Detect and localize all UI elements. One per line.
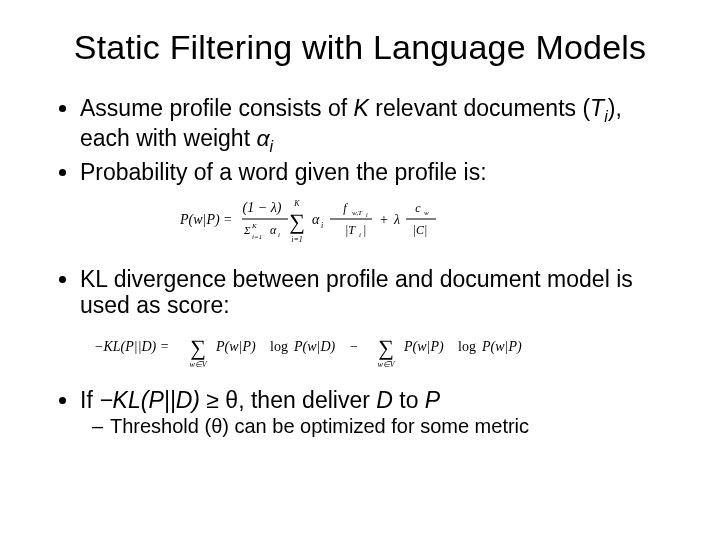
svg-text:log: log — [270, 339, 288, 354]
svg-text:f: f — [343, 201, 348, 215]
bullet-3: KL divergence between profile and docume… — [80, 266, 674, 319]
slide-title: Static Filtering with Language Models — [46, 28, 674, 67]
svg-text:(1 − λ): (1 − λ) — [243, 200, 282, 216]
bullet-list-2: KL divergence between profile and docume… — [46, 266, 674, 319]
svg-text:∑: ∑ — [190, 335, 206, 360]
b4-pre: If — [80, 387, 99, 413]
b4-d: D — [376, 387, 393, 413]
b4-p: P — [425, 387, 440, 413]
svg-text:i: i — [278, 231, 280, 239]
formula-1-svg: P(w|P) = (1 − λ) Σ K i=1 α i K ∑ i=1 α i… — [180, 192, 540, 248]
b1-k: K — [354, 95, 369, 121]
svg-text:i=1: i=1 — [252, 233, 262, 241]
svg-text:K: K — [251, 222, 257, 230]
b4-kl: −KL — [99, 387, 141, 413]
b4-to: to — [393, 387, 425, 413]
svg-text:|T: |T — [345, 223, 356, 237]
bullet-2: Probability of a word given the profile … — [80, 159, 674, 185]
svg-text:−: − — [350, 339, 358, 354]
svg-text:α: α — [312, 212, 320, 227]
bullet-1: Assume profile consists of K relevant do… — [80, 95, 674, 155]
svg-text:K: K — [293, 199, 300, 208]
svg-text:P(w|P) =: P(w|P) = — [180, 212, 233, 228]
svg-text:Σ: Σ — [243, 224, 251, 236]
svg-text:i=1: i=1 — [291, 235, 303, 244]
svg-text:c: c — [415, 201, 421, 215]
bullet-4: If −KL(P||D) ≥ θ, then deliver D to P Th… — [80, 387, 674, 438]
svg-text:∑: ∑ — [378, 335, 394, 360]
sub-bullet-1: Threshold (θ) can be optimized for some … — [110, 415, 674, 438]
svg-text:i: i — [321, 221, 323, 230]
svg-text:P(w|D): P(w|D) — [293, 339, 336, 355]
bullet-list-3: If −KL(P||D) ≥ θ, then deliver D to P Th… — [46, 387, 674, 438]
svg-text:P(w|P): P(w|P) — [403, 339, 444, 355]
slide: Static Filtering with Language Models As… — [0, 0, 720, 540]
formula-2-svg: −KL(P||D) = ∑ w∈V P(w|P) log P(w|D) − ∑ … — [94, 325, 654, 369]
formula-2: −KL(P||D) = ∑ w∈V P(w|P) log P(w|D) − ∑ … — [54, 325, 674, 373]
b1-text-a: Assume profile consists of — [80, 95, 354, 121]
svg-text:∑: ∑ — [289, 209, 305, 234]
svg-text:w: w — [424, 209, 429, 217]
svg-text:log: log — [458, 339, 476, 354]
b1-alpha-sub: i — [270, 137, 274, 155]
b1-alpha: α — [256, 125, 269, 151]
b4-args: (P||D) — [141, 387, 200, 413]
svg-text:w,T: w,T — [352, 209, 363, 217]
svg-text:P(w|P): P(w|P) — [215, 339, 256, 355]
b1-text-b: relevant documents ( — [369, 95, 590, 121]
svg-text:+: + — [380, 212, 388, 227]
svg-text:−KL(P||D) =: −KL(P||D) = — [94, 339, 169, 355]
svg-text:P(w|P): P(w|P) — [481, 339, 522, 355]
b1-ti: T — [590, 95, 604, 121]
svg-text:i: i — [359, 231, 361, 239]
svg-text:|: | — [363, 223, 366, 237]
sub-bullet-list: Threshold (θ) can be optimized for some … — [80, 415, 674, 438]
formula-1: P(w|P) = (1 − λ) Σ K i=1 α i K ∑ i=1 α i… — [46, 192, 674, 252]
b4-post: ≥ θ, then deliver — [200, 387, 376, 413]
svg-text:|C|: |C| — [413, 223, 428, 237]
svg-text:α: α — [270, 223, 277, 237]
svg-text:w∈V: w∈V — [377, 360, 395, 369]
svg-text:i: i — [366, 212, 368, 218]
bullet-list: Assume profile consists of K relevant do… — [46, 95, 674, 186]
svg-text:w∈V: w∈V — [189, 360, 207, 369]
svg-text:λ: λ — [393, 212, 400, 227]
